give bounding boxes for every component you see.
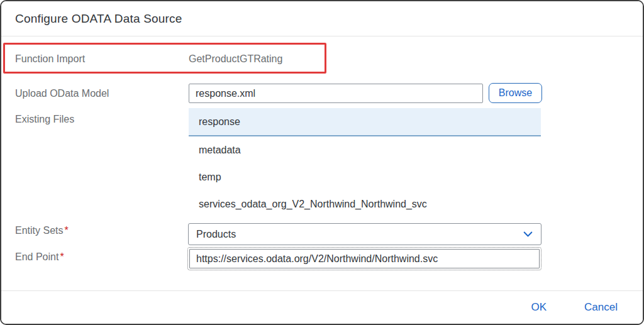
function-import-value: GetProductGTRating <box>189 53 282 65</box>
file-list-item-response[interactable]: response <box>189 108 541 136</box>
configure-odata-dialog: Configure ODATA Data Source Function Imp… <box>0 0 644 325</box>
existing-files-list: response metadata temp services_odata_or… <box>189 108 541 218</box>
entity-sets-selected-value: Products <box>196 229 523 240</box>
dialog-header: Configure ODATA Data Source <box>1 1 643 36</box>
file-list-item-metadata[interactable]: metadata <box>189 136 541 163</box>
existing-files-label: Existing Files <box>15 114 74 125</box>
upload-odata-model-input[interactable] <box>189 84 483 103</box>
end-point-input[interactable] <box>189 249 540 268</box>
dialog-footer: OK Cancel <box>1 290 643 324</box>
file-list-item-services-odata[interactable]: services_odata_org_V2_Northwind_Northwin… <box>189 190 541 218</box>
entity-sets-label-text: Entity Sets <box>15 225 63 236</box>
end-point-required-marker: * <box>60 251 64 262</box>
file-list-item-temp[interactable]: temp <box>189 163 541 190</box>
entity-sets-select[interactable]: Products <box>188 223 541 245</box>
cancel-button[interactable]: Cancel <box>583 299 619 316</box>
entity-sets-label: Entity Sets* <box>15 225 69 236</box>
browse-button[interactable]: Browse <box>489 83 542 103</box>
dialog-title: Configure ODATA Data Source <box>15 12 182 26</box>
entity-sets-required-marker: * <box>64 225 68 236</box>
chevron-down-icon[interactable] <box>523 229 533 240</box>
upload-odata-model-label: Upload OData Model <box>15 88 109 99</box>
function-import-label: Function Import <box>15 53 85 65</box>
end-point-label: End Point* <box>15 251 64 263</box>
end-point-label-text: End Point <box>15 251 58 262</box>
ok-button[interactable]: OK <box>530 299 548 316</box>
